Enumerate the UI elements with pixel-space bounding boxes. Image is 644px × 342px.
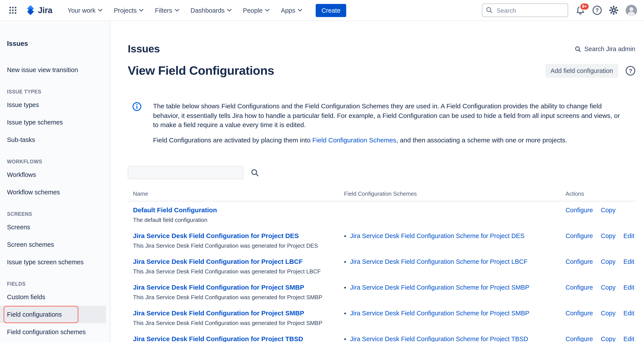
sidebar-item-field-configuration-schemes[interactable]: Field configuration schemes (0, 323, 110, 341)
field-configurations-table: Name Field Configuration Schemes Actions… (128, 188, 635, 342)
table-row: Jira Service Desk Field Configuration fo… (128, 253, 635, 279)
scheme-link[interactable]: Jira Service Desk Field Configuration Sc… (350, 309, 529, 317)
configure-link[interactable]: Configure (566, 206, 593, 215)
add-field-configuration-button[interactable]: Add field configuration (545, 64, 618, 78)
sidebar-item-label: New issue view transition (7, 66, 78, 73)
name-cell: Jira Service Desk Field Configuration fo… (133, 232, 344, 249)
sidebar-item-field-configurations[interactable]: Field configurations (0, 306, 106, 323)
field-configuration-link[interactable]: Jira Service Desk Field Configuration fo… (133, 309, 304, 317)
chevron-down-icon (98, 9, 102, 12)
chevron-down-icon (265, 9, 270, 12)
app-root: Jira Your work Projects Filters Dashboar… (0, 0, 644, 342)
field-configuration-description: This Jira Service Desk Field Configurati… (133, 242, 344, 249)
scheme-link[interactable]: Jira Service Desk Field Configuration Sc… (350, 232, 524, 240)
sidebar-item-sub-tasks[interactable]: Sub-tasks (0, 131, 110, 148)
sidebar-item-screens[interactable]: Screens (0, 218, 110, 236)
search-icon (251, 168, 259, 177)
navbar-menu-projects[interactable]: Projects (109, 4, 148, 16)
filter-search-button[interactable] (251, 168, 259, 177)
scheme-cell: • Jira Service Desk Field Configuration … (344, 309, 566, 317)
field-configuration-link[interactable]: Jira Service Desk Field Configuration fo… (133, 334, 303, 342)
sidebar-item-issue-type-screen-schemes[interactable]: Issue type screen schemes (0, 253, 110, 271)
actions-cell: ConfigureCopyEdit (566, 334, 634, 342)
scheme-link[interactable]: Jira Service Desk Field Configuration Sc… (350, 257, 528, 266)
navbar-menu-people[interactable]: People (238, 4, 274, 16)
copy-link[interactable]: Copy (601, 257, 616, 266)
question-icon: ? (629, 68, 632, 74)
sidebar-item-new-issue-view-transition[interactable]: New issue view transition (0, 61, 110, 79)
edit-link[interactable]: Edit (623, 309, 634, 317)
sidebar-item-label: Sub-tasks (7, 136, 35, 143)
scheme-cell: • Jira Service Desk Field Configuration … (344, 232, 566, 240)
field-configuration-schemes-link[interactable]: Field Configuration Schemes (312, 136, 396, 143)
table-row: Jira Service Desk Field Configuration fo… (128, 330, 635, 342)
view-field-configurations-heading: View Field Configurations (128, 64, 274, 78)
sidebar-item-label: Screens (7, 224, 30, 231)
sidebar-item-screen-schemes[interactable]: Screen schemes (0, 236, 110, 253)
edit-link[interactable]: Edit (623, 257, 634, 266)
name-cell: Jira Service Desk Field Configuration fo… (133, 257, 344, 275)
sidebar-item-workflow-schemes[interactable]: Workflow schemes (0, 184, 110, 201)
settings-button[interactable] (609, 6, 618, 15)
copy-link[interactable]: Copy (601, 334, 616, 342)
navbar-menu-label: Filters (155, 7, 172, 14)
field-configuration-description: This Jira Service Desk Field Configurati… (133, 293, 344, 301)
edit-link[interactable]: Edit (623, 232, 634, 240)
copy-link[interactable]: Copy (601, 232, 616, 240)
navbar-right-cluster: 9+ ? (482, 4, 637, 17)
bullet: • (344, 334, 346, 342)
actions-cell: ConfigureCopyEdit (566, 283, 634, 292)
navbar-menu-label: Projects (114, 7, 137, 14)
filter-input[interactable] (128, 166, 243, 179)
notification-badge: 9+ (579, 3, 590, 10)
sidebar-section-screens: SCREENS (0, 208, 110, 218)
scheme-link[interactable]: Jira Service Desk Field Configuration Sc… (350, 334, 528, 342)
copy-link[interactable]: Copy (601, 283, 616, 292)
question-icon: ? (596, 7, 599, 13)
copy-link[interactable]: Copy (601, 206, 616, 215)
copy-link[interactable]: Copy (601, 309, 616, 317)
gear-icon (609, 6, 618, 15)
page-title: Issues (128, 43, 160, 55)
sidebar-item-issue-types[interactable]: Issue types (0, 96, 110, 114)
global-search-input[interactable] (482, 4, 568, 17)
field-configuration-link[interactable]: Jira Service Desk Field Configuration fo… (133, 283, 304, 292)
configure-link[interactable]: Configure (566, 257, 593, 266)
scheme-link[interactable]: Jira Service Desk Field Configuration Sc… (350, 283, 529, 292)
search-jira-admin-link[interactable]: Search Jira admin (575, 45, 635, 52)
sidebar-item-label: Workflows (7, 171, 36, 178)
navbar-menu-apps[interactable]: Apps (276, 4, 307, 16)
bullet: • (344, 257, 346, 266)
user-avatar[interactable] (626, 5, 637, 16)
configure-link[interactable]: Configure (566, 334, 593, 342)
jira-logo-icon (25, 5, 36, 16)
page-help-button[interactable]: ? (626, 66, 635, 76)
navbar-menu-dashboards[interactable]: Dashboards (186, 4, 236, 16)
field-configuration-link[interactable]: Jira Service Desk Field Configuration fo… (133, 232, 299, 240)
navbar-menu-filters[interactable]: Filters (150, 4, 184, 16)
sidebar-item-custom-fields[interactable]: Custom fields (0, 288, 110, 306)
edit-link[interactable]: Edit (623, 334, 634, 342)
search-icon (486, 7, 493, 15)
column-name: Name (133, 191, 344, 197)
help-button[interactable]: ? (592, 6, 602, 15)
sidebar-item-workflows[interactable]: Workflows (0, 166, 110, 184)
navbar-menu-your-work[interactable]: Your work (63, 4, 107, 16)
configure-link[interactable]: Configure (566, 232, 593, 240)
app-switcher-icon[interactable] (6, 4, 20, 17)
sidebar-item-issue-type-schemes[interactable]: Issue type schemes (0, 114, 110, 131)
main-content: Issues Search Jira admin View Field Conf… (110, 21, 644, 342)
edit-link[interactable]: Edit (623, 283, 634, 292)
configure-link[interactable]: Configure (566, 283, 593, 292)
configure-link[interactable]: Configure (566, 309, 593, 317)
bullet: • (344, 283, 346, 292)
table-row: Jira Service Desk Field Configuration fo… (128, 304, 635, 330)
search-jira-admin-label: Search Jira admin (584, 45, 635, 52)
notifications-button[interactable]: 9+ (576, 6, 585, 15)
jira-logo[interactable]: Jira (24, 5, 55, 16)
field-configuration-link[interactable]: Jira Service Desk Field Configuration fo… (133, 257, 303, 266)
field-configuration-link[interactable]: Default Field Configuration (133, 206, 217, 215)
field-configuration-description: This Jira Service Desk Field Configurati… (133, 268, 344, 275)
create-button[interactable]: Create (316, 4, 346, 17)
table-header: Name Field Configuration Schemes Actions (128, 188, 635, 201)
